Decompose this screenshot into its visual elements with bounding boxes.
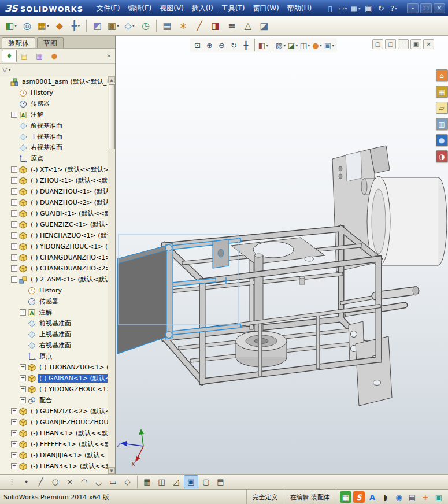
tree-item[interactable]: 右视基准面: [0, 340, 115, 351]
tree-filter[interactable]: ▽ ▾: [0, 64, 115, 76]
sogou-emoji-icon[interactable]: ◉: [393, 491, 405, 503]
tree-item[interactable]: 传感器: [0, 98, 115, 109]
viewport-window-icon[interactable]: ▢: [372, 39, 383, 49]
sogou-lang-icon[interactable]: A: [366, 491, 378, 503]
expander-plus-icon[interactable]: +: [11, 188, 17, 195]
tree-item[interactable]: +(-) ZHOU<1> (默认<<默认: [0, 175, 115, 186]
tree-item[interactable]: −(-) 2_ASM<1> (默认<默认: [0, 274, 115, 285]
tangent-arc-icon[interactable]: ◡: [92, 476, 105, 488]
appearances-icon[interactable]: ◑: [436, 150, 448, 162]
tree-item[interactable]: +(-) GUAIBI<1> (默认<<默: [0, 208, 115, 219]
dropdown-arrow-icon[interactable]: ▾: [332, 43, 334, 48]
displaymanager-tab-icon[interactable]: ●: [47, 50, 62, 62]
expander-plus-icon[interactable]: +: [11, 112, 17, 118]
scroll-down-icon[interactable]: ▼: [108, 467, 115, 474]
zoom-in-out-icon[interactable]: ⊖: [216, 39, 228, 51]
dropdown-arrow-icon[interactable]: ▾: [358, 6, 361, 11]
panel-tab[interactable]: 草图: [37, 37, 64, 48]
tree-item[interactable]: +配合: [0, 395, 115, 406]
filter-funnel-icon[interactable]: ▽: [2, 66, 7, 73]
tree-item[interactable]: +(-) YIDONGZHOUC<1> (: [0, 384, 115, 395]
pan-icon[interactable]: ╋: [240, 39, 252, 51]
dropdown-arrow-icon[interactable]: ▾: [308, 43, 310, 48]
propertymanager-tab-icon[interactable]: ▤: [17, 50, 32, 62]
menubar-item[interactable]: 视图(V): [155, 1, 188, 16]
tree-item[interactable]: 上视基准面: [0, 329, 115, 340]
chevron-icon[interactable]: »: [106, 52, 110, 60]
section-view-icon[interactable]: ◧▾: [257, 39, 269, 51]
expander-plus-icon[interactable]: +: [11, 254, 17, 261]
dropdown-arrow-icon[interactable]: ▾: [283, 43, 286, 48]
tree-item[interactable]: +(-) FFFFFF<1> (默认<<默: [0, 439, 115, 450]
circle-icon[interactable]: ○: [49, 476, 62, 488]
tree-item[interactable]: 右视基准面: [0, 142, 115, 153]
restore-child-icon[interactable]: ▣: [410, 39, 421, 49]
sogou-night-icon[interactable]: ◗: [380, 491, 391, 503]
expander-plus-icon[interactable]: +: [11, 232, 17, 239]
arc-icon[interactable]: ◠: [77, 476, 91, 488]
tree-item[interactable]: 前视基准面: [0, 120, 115, 131]
viewport-canvas[interactable]: Z X: [116, 36, 448, 474]
help-icon[interactable]: ?▾: [387, 2, 400, 14]
tree-item[interactable]: +(-) YIDONGZHOUC<1> (默: [0, 241, 115, 252]
bill-of-materials-icon[interactable]: ▤: [160, 18, 175, 34]
tree-item[interactable]: History: [0, 87, 115, 98]
mass-properties-icon[interactable]: △: [240, 18, 256, 34]
dropdown-arrow-icon[interactable]: ▾: [345, 6, 347, 11]
menubar-item[interactable]: 插入(I): [188, 1, 217, 16]
design-library-icon[interactable]: ▱: [436, 102, 448, 114]
exploded-view-icon[interactable]: ∗: [176, 18, 191, 34]
mirror-entities-icon[interactable]: ◫: [155, 476, 168, 488]
dropdown-arrow-icon[interactable]: ▾: [295, 43, 298, 48]
file-explorer-icon[interactable]: ▥: [436, 118, 448, 130]
expander-plus-icon[interactable]: +: [20, 375, 26, 381]
expander-plus-icon[interactable]: +: [11, 221, 17, 228]
minimize-child-icon[interactable]: –: [398, 39, 409, 49]
tree-item[interactable]: +(-) GAIBAN<1> (默认<: [0, 373, 115, 384]
open-document-icon[interactable]: ▱▾: [336, 2, 349, 14]
apply-scene-icon[interactable]: ▣▾: [323, 39, 335, 51]
toolbox-icon[interactable]: ▦: [436, 86, 448, 98]
home-icon[interactable]: ⌂: [436, 69, 448, 81]
reference-geometry-icon[interactable]: ◇▾: [122, 18, 137, 34]
expander-plus-icon[interactable]: +: [11, 419, 17, 425]
dropdown-arrow-icon[interactable]: ▾: [395, 6, 397, 11]
zoom-to-area-icon[interactable]: ⊕: [203, 39, 216, 51]
tree-item[interactable]: 原点: [0, 351, 115, 362]
tree-item[interactable]: +(-) GUANJIEZHOUCZHOU<1>: [0, 417, 115, 428]
tree-item[interactable]: +(-) LIBAN3<1> (默认<<默: [0, 461, 115, 472]
polygon-icon[interactable]: ◇: [121, 476, 134, 488]
save-icon[interactable]: ▦▾: [349, 2, 362, 14]
menubar-item[interactable]: 工具(T): [217, 1, 249, 16]
tree-item[interactable]: +(-) CHANGDUANZHO<2> (默: [0, 263, 115, 274]
tree-item[interactable]: History: [0, 285, 115, 296]
graphics-area[interactable]: Z X ⊡⊕⊖↻╋◧▾▧▾◪▾◫▾●▾▣▾ ▢▢–▣× ⌂▦▱▥●◑: [116, 36, 448, 474]
erase-icon[interactable]: ×: [63, 476, 76, 488]
expander-plus-icon[interactable]: +: [20, 309, 26, 316]
sogou-keyboard-icon[interactable]: ▤: [406, 491, 418, 503]
tree-item[interactable]: +A注解: [0, 307, 115, 318]
design-table-icon[interactable]: ▤: [214, 476, 227, 488]
tree-item[interactable]: +(-) LIBAN<1> (默认<<默认: [0, 428, 115, 439]
tree-item[interactable]: 上视基准面: [0, 131, 115, 142]
dropdown-arrow-icon[interactable]: ▾: [132, 23, 135, 28]
move-component-icon[interactable]: ╋▾: [68, 18, 83, 34]
viewport-window2-icon[interactable]: ▢: [385, 39, 396, 49]
expander-plus-icon[interactable]: +: [11, 408, 17, 414]
menubar-item[interactable]: 窗口(W): [249, 1, 283, 16]
edit-appearance-icon[interactable]: ●▾: [311, 39, 323, 51]
dropdown-arrow-icon[interactable]: ▾: [77, 23, 80, 28]
tree-item[interactable]: +(-) DUANZHOU<1> (默认<: [0, 186, 115, 197]
expander-minus-icon[interactable]: −: [11, 276, 17, 283]
grip-handle[interactable]: ⋮: [5, 476, 18, 488]
expander-plus-icon[interactable]: +: [11, 463, 17, 469]
tree-item[interactable]: +(-) DUANZHOU<2> (默认<: [0, 197, 115, 208]
expander-plus-icon[interactable]: +: [20, 397, 26, 403]
panel-tab[interactable]: 装配体: [2, 37, 35, 48]
hide-show-items-icon[interactable]: ◫▾: [299, 39, 311, 51]
filter-dropdown-icon[interactable]: ▾: [8, 67, 10, 72]
show-hidden-components-icon[interactable]: ◩: [90, 18, 105, 34]
scroll-thumb[interactable]: [109, 84, 115, 149]
close-button[interactable]: ×: [434, 3, 445, 13]
corner-rectangle-icon[interactable]: ▭: [106, 476, 120, 488]
